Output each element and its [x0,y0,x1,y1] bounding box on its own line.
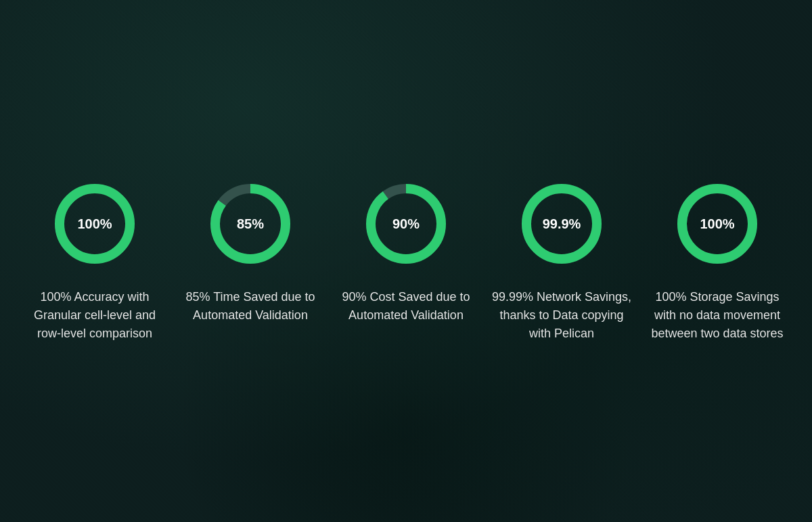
main-container: 100% 100% Accuracy with Granular cell-le… [0,0,812,522]
donut-label-storage: 100% [700,216,734,231]
stats-row: 100% 100% Accuracy with Granular cell-le… [0,180,812,343]
donut-network: 99.9% [518,180,606,268]
stat-item-storage: 100% 100% Storage Savings with no data m… [646,180,788,343]
donut-label-time-saved: 85% [237,216,264,231]
stat-text-cost-saved: 90% Cost Saved due to Automated Validati… [335,288,477,325]
donut-time-saved: 85% [206,180,294,268]
stat-item-network: 99.9% 99.99% Network Savings, thanks to … [491,180,633,343]
donut-label-cost-saved: 90% [392,216,420,231]
donut-cost-saved: 90% [362,180,450,268]
stat-text-network: 99.99% Network Savings, thanks to Data c… [491,288,633,343]
donut-label-network: 99.9% [543,216,581,231]
donut-storage: 100% [673,180,761,268]
stat-item-accuracy: 100% 100% Accuracy with Granular cell-le… [24,180,166,343]
stat-text-storage: 100% Storage Savings with no data moveme… [646,288,788,343]
stat-text-time-saved: 85% Time Saved due to Automated Validati… [179,288,321,325]
stat-item-time-saved: 85% 85% Time Saved due to Automated Vali… [179,180,321,325]
stat-item-cost-saved: 90% 90% Cost Saved due to Automated Vali… [335,180,477,325]
donut-label-accuracy: 100% [77,216,112,231]
donut-accuracy: 100% [51,180,139,268]
stat-text-accuracy: 100% Accuracy with Granular cell-level a… [24,288,166,343]
